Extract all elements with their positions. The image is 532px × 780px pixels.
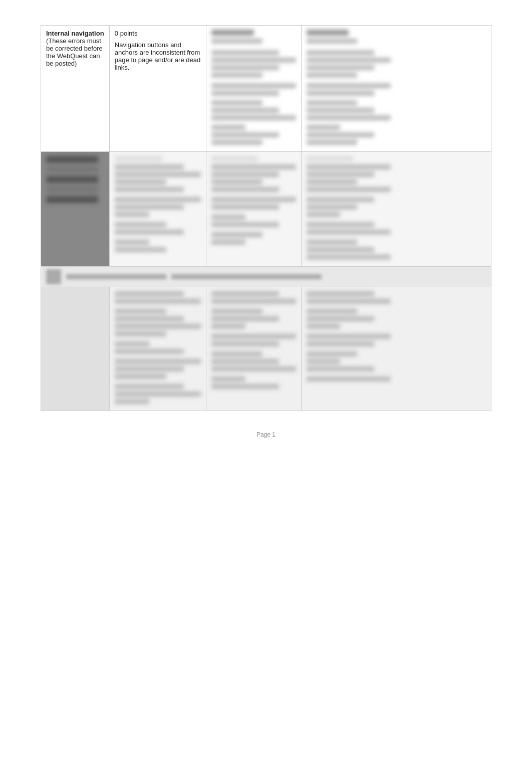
- row2-col2: [109, 152, 206, 267]
- page-number: Page 1: [256, 431, 276, 438]
- blurred-content-1: [211, 30, 296, 145]
- row3-col4: [301, 287, 396, 411]
- row2-col3: [206, 152, 302, 267]
- rubric-table: Internal navigation (These errors must b…: [41, 25, 491, 411]
- criterion-title: Internal navigation: [46, 30, 104, 37]
- description-text: Navigation buttons and anchors are incon…: [115, 41, 201, 71]
- banner-row: [41, 267, 491, 287]
- criterion-label: Internal navigation (These errors must b…: [41, 26, 110, 152]
- banner-content: [46, 269, 486, 284]
- col-blurred-3: [396, 26, 491, 152]
- row3-col4-content: [307, 291, 391, 381]
- blurred-content-2: [307, 30, 391, 145]
- row-3: [41, 287, 491, 411]
- row2-col3-content: [211, 156, 296, 245]
- row2-col4-content: [307, 156, 391, 260]
- row2-col2-content: [115, 156, 201, 252]
- row3-col2-content: [115, 291, 201, 404]
- row3-col5: [396, 287, 491, 411]
- row2-col4: [301, 152, 396, 267]
- row3-col3: [206, 287, 302, 411]
- row3-col3-content: [211, 291, 296, 389]
- banner-cell: [41, 267, 491, 287]
- row2-col5: [396, 152, 491, 267]
- banner-text-2: [171, 274, 322, 279]
- row3-col2: [109, 287, 206, 411]
- criterion-note: (These errors must be corrected before t…: [46, 37, 103, 67]
- banner-icon: [46, 269, 61, 284]
- col-blurred-1: [206, 26, 302, 152]
- row3-sidebar: [41, 287, 110, 411]
- row2-sidebar-content: [46, 156, 104, 203]
- col-blurred-2: [301, 26, 396, 152]
- banner-text-1: [66, 274, 166, 279]
- criterion-description: 0 points Navigation buttons and anchors …: [109, 26, 206, 152]
- row2-sidebar: [41, 152, 110, 267]
- points-label: 0 points: [115, 30, 201, 37]
- row-2: [41, 152, 491, 267]
- row-internal-navigation: Internal navigation (These errors must b…: [41, 26, 491, 152]
- page-bottom: Page 1: [15, 431, 517, 438]
